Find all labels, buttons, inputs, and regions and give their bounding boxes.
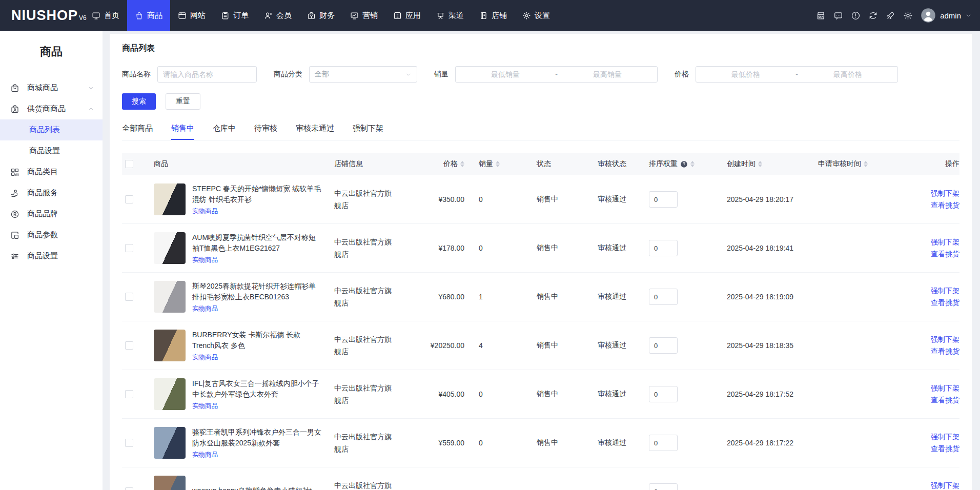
row-checkbox[interactable] [125, 487, 133, 490]
sort-weight-input[interactable] [649, 435, 678, 451]
sort-weight-input[interactable] [649, 386, 678, 402]
force-offline-link[interactable]: 强制下架 [931, 287, 959, 296]
sidebar-item[interactable]: 商品参数 [0, 224, 103, 246]
nav-item[interactable]: 商品 [127, 0, 170, 31]
sync-icon[interactable] [868, 11, 878, 21]
price-label: 价格 [675, 70, 689, 79]
sort-toggle[interactable] [496, 161, 500, 167]
row-checkbox[interactable] [125, 390, 133, 398]
storefront-icon[interactable] [816, 11, 826, 21]
sort-weight-input[interactable] [649, 289, 678, 305]
price-max-input[interactable] [798, 67, 897, 82]
row-checkbox[interactable] [125, 439, 133, 447]
goods-category-select[interactable]: 全部 [309, 66, 417, 83]
force-offline-link[interactable]: 强制下架 [931, 481, 959, 490]
goods-name-input[interactable] [157, 66, 257, 83]
gear-icon[interactable] [903, 11, 913, 21]
sales-count: 0 [464, 244, 526, 252]
main-panel: 商品列表 商品名称 商品分类 全部 销量 - 价格 - [110, 34, 972, 490]
user-menu[interactable]: admin [921, 8, 972, 23]
sales-max-input[interactable] [558, 67, 657, 82]
nav-item[interactable]: 网站 [170, 0, 213, 31]
column-header-status: 状态 [526, 159, 598, 169]
created-time: 2025-04-29 18:19:41 [727, 244, 818, 252]
force-offline-link[interactable]: 强制下架 [931, 335, 959, 344]
search-button[interactable]: 搜索 [122, 93, 156, 110]
status: 销售中 [526, 292, 598, 301]
reset-button[interactable]: 重置 [166, 93, 200, 110]
nav-item[interactable]: 营销 [342, 0, 385, 31]
sidebar-item[interactable]: 商品品牌 [0, 203, 103, 224]
price-min-input[interactable] [696, 67, 795, 82]
store-name: 中云出版社官方旗舰店 [334, 479, 395, 490]
rocket-icon[interactable] [886, 11, 895, 21]
nav-item[interactable]: 设置 [515, 0, 558, 31]
force-offline-link[interactable]: 强制下架 [931, 384, 959, 393]
view-picking-link[interactable]: 查看挑货 [931, 444, 959, 454]
force-offline-link[interactable]: 强制下架 [931, 189, 959, 198]
view-picking-link[interactable]: 查看挑货 [931, 250, 959, 259]
sort-weight-input[interactable] [649, 483, 678, 490]
row-checkbox[interactable] [125, 293, 133, 301]
sort-weight-input[interactable] [649, 337, 678, 354]
user-name: admin [940, 11, 961, 20]
sales-min-input[interactable] [456, 67, 555, 82]
sort-toggle[interactable] [690, 161, 695, 167]
sort-weight-input[interactable] [649, 240, 678, 256]
sidebar-item[interactable]: 商品服务 [0, 182, 103, 203]
tab[interactable]: 全部商品 [122, 124, 153, 140]
category-selected-value: 全部 [315, 70, 329, 79]
member-icon [264, 11, 273, 20]
sales-count: 1 [464, 293, 526, 301]
view-picking-link[interactable]: 查看挑货 [931, 396, 959, 405]
row-checkbox[interactable] [125, 195, 133, 203]
sidebar-item[interactable]: 商品列表 [0, 119, 103, 140]
gear-icon [522, 11, 531, 20]
sort-weight-input[interactable] [649, 191, 678, 208]
sidebar-divider [8, 71, 94, 71]
nav-item[interactable]: 会员 [256, 0, 299, 31]
view-picking-link[interactable]: 查看挑货 [931, 347, 959, 356]
force-offline-link[interactable]: 强制下架 [931, 238, 959, 247]
tab[interactable]: 待审核 [254, 124, 277, 140]
browser-icon [178, 11, 187, 20]
nav-item[interactable]: 财务 [299, 0, 342, 31]
row-checkbox[interactable] [125, 244, 133, 252]
question-icon[interactable] [680, 160, 688, 168]
finance-icon [307, 11, 316, 20]
sort-toggle[interactable] [460, 161, 464, 167]
sidebar-menu: 商城商品 供货商商品 商品列表 商品设置 [0, 77, 103, 267]
product-image [154, 330, 186, 361]
nav-item-label: 店铺 [492, 11, 507, 21]
sidebar-item[interactable]: 商品类目 [0, 161, 103, 182]
message-icon[interactable] [833, 11, 843, 21]
view-picking-link[interactable]: 查看挑货 [931, 298, 959, 308]
store-name: 中云出版社官方旗舰店 [334, 333, 395, 358]
sidebar-item[interactable]: 商品设置 [0, 140, 103, 161]
product-type-tag: 实物商品 [192, 353, 321, 362]
sidebar-item[interactable]: 商城商品 [0, 77, 103, 98]
view-picking-link[interactable]: 查看挑货 [931, 201, 959, 210]
column-header-product: 商品 [154, 159, 334, 169]
alert-icon[interactable] [851, 11, 861, 21]
sidebar-item[interactable]: 商品设置 [0, 246, 103, 267]
select-all-checkbox[interactable] [125, 160, 133, 168]
column-header-sales: 销量 [464, 159, 526, 169]
nav-item[interactable]: 店铺 [472, 0, 515, 31]
column-header-price: 价格 [411, 159, 464, 169]
force-offline-link[interactable]: 强制下架 [931, 433, 959, 442]
table-header: 商品 店铺信息 价格 销量 状态 审核状态 排序权重 创建时间 申请审核时 [122, 153, 959, 175]
tab[interactable]: 仓库中 [213, 124, 236, 140]
tab[interactable]: 强制下架 [353, 124, 383, 140]
nav-item[interactable]: 首页 [84, 0, 127, 31]
nav-item[interactable]: 应用 [385, 0, 428, 31]
sidebar-item[interactable]: 供货商商品 [0, 98, 103, 119]
sort-toggle[interactable] [758, 161, 762, 167]
tab[interactable]: 审核未通过 [296, 124, 334, 140]
tab[interactable]: 销售中 [171, 124, 194, 140]
row-checkbox[interactable] [125, 341, 133, 350]
sort-toggle[interactable] [864, 161, 868, 167]
nav-item[interactable]: 订单 [213, 0, 256, 31]
nav-item-label: 首页 [104, 11, 119, 21]
nav-item[interactable]: 渠道 [428, 0, 472, 31]
